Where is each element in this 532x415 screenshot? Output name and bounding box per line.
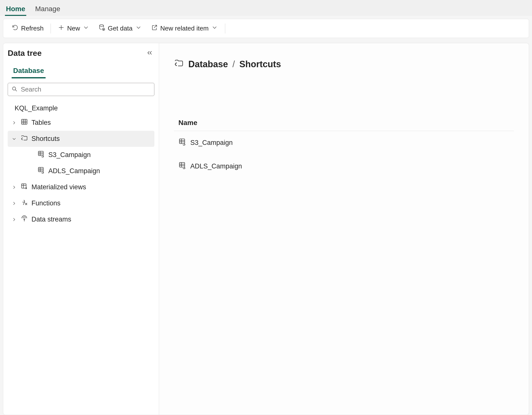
row-label: ADLS_Campaign <box>190 162 242 170</box>
row-label: S3_Campaign <box>190 139 233 147</box>
tree-item-label: Materialized views <box>31 183 86 191</box>
stream-icon <box>21 215 28 224</box>
refresh-icon <box>12 24 19 33</box>
toolbar-separator <box>225 24 225 33</box>
search-box[interactable] <box>8 83 154 96</box>
sidebar: Data tree Database <box>3 43 159 415</box>
tree-child-shortcut[interactable]: S3_Campaign <box>8 147 154 163</box>
chevron-right-icon <box>11 217 17 222</box>
refresh-label: Refresh <box>21 25 44 32</box>
get-data-button[interactable]: Get data <box>95 22 145 35</box>
top-tabs: Home Manage <box>0 0 532 16</box>
chevron-right-icon <box>11 120 17 126</box>
tree: KQL_Example Tables <box>8 102 154 227</box>
search-icon <box>11 86 18 93</box>
chevron-double-left-icon <box>146 53 153 57</box>
shortcuts-table: Name S3_Campaign <box>174 115 514 178</box>
svg-rect-10 <box>179 162 185 167</box>
svg-point-2 <box>12 87 16 90</box>
breadcrumb-separator: / <box>232 59 235 69</box>
tree-item-label: Tables <box>31 119 51 127</box>
table-shortcut-icon <box>37 166 45 176</box>
new-related-label: New related item <box>160 25 209 32</box>
svg-rect-9 <box>179 139 185 144</box>
chevron-down-icon <box>211 24 218 33</box>
breadcrumb: Database / Shortcuts <box>174 58 514 70</box>
toolbar: Refresh New Get data <box>3 19 529 38</box>
chevron-right-icon <box>11 185 17 190</box>
table-shortcut-icon <box>178 138 186 148</box>
folder-shortcut-icon <box>21 134 28 143</box>
svg-rect-6 <box>38 167 43 172</box>
tree-child-label: S3_Campaign <box>48 151 91 159</box>
sidebar-title: Data tree <box>8 49 42 58</box>
refresh-button[interactable]: Refresh <box>8 22 47 35</box>
svg-rect-5 <box>38 151 43 156</box>
table-shortcut-icon <box>178 161 186 171</box>
tree-item-label: Shortcuts <box>31 135 60 143</box>
table-shortcut-icon <box>37 150 45 160</box>
collapse-sidebar-button[interactable] <box>145 48 154 58</box>
tree-child-label: ADLS_Campaign <box>48 167 100 175</box>
svg-point-0 <box>100 25 104 26</box>
table-row[interactable]: ADLS_Campaign <box>174 155 514 178</box>
tree-item-materialized-views[interactable]: Materialized views <box>8 179 154 195</box>
tab-manage[interactable]: Manage <box>34 3 61 16</box>
tree-item-functions[interactable]: Functions <box>8 195 154 211</box>
tree-item-data-streams[interactable]: Data streams <box>8 211 154 227</box>
svg-point-8 <box>24 219 25 220</box>
breadcrumb-current: Shortcuts <box>239 59 281 69</box>
breadcrumb-root[interactable]: Database <box>188 59 228 69</box>
chevron-right-icon <box>11 201 17 206</box>
tree-item-tables[interactable]: Tables <box>8 115 154 131</box>
tree-item-label: Functions <box>31 199 60 207</box>
materialized-view-icon <box>21 183 28 192</box>
svg-rect-4 <box>22 119 27 124</box>
get-data-label: Get data <box>108 25 133 32</box>
new-button[interactable]: New <box>54 22 93 35</box>
main-content: Database / Shortcuts Name S3_Campaign <box>159 43 529 415</box>
column-header-name[interactable]: Name <box>174 115 514 131</box>
svg-rect-7 <box>22 184 26 188</box>
tab-home[interactable]: Home <box>5 3 26 16</box>
tab-database[interactable]: Database <box>12 64 46 78</box>
chevron-down-icon <box>11 136 17 142</box>
tree-root-label: KQL_Example <box>15 104 58 112</box>
table-row[interactable]: S3_Campaign <box>174 131 514 155</box>
toolbar-separator <box>51 24 51 33</box>
tree-item-shortcuts[interactable]: Shortcuts <box>8 131 154 147</box>
tree-item-label: Data streams <box>31 216 71 223</box>
new-label: New <box>67 25 80 32</box>
new-related-item-button[interactable]: New related item <box>147 22 222 35</box>
folder-shortcut-icon <box>174 58 184 70</box>
plus-icon <box>58 24 65 33</box>
chevron-down-icon <box>135 24 142 33</box>
chevron-down-icon <box>83 24 89 33</box>
tree-root-database[interactable]: KQL_Example <box>8 102 154 115</box>
tree-child-shortcut[interactable]: ADLS_Campaign <box>8 163 154 179</box>
table-icon <box>21 118 28 127</box>
open-external-icon <box>151 24 158 33</box>
search-input[interactable] <box>21 86 151 93</box>
database-download-icon <box>98 24 105 33</box>
function-icon <box>21 199 28 208</box>
